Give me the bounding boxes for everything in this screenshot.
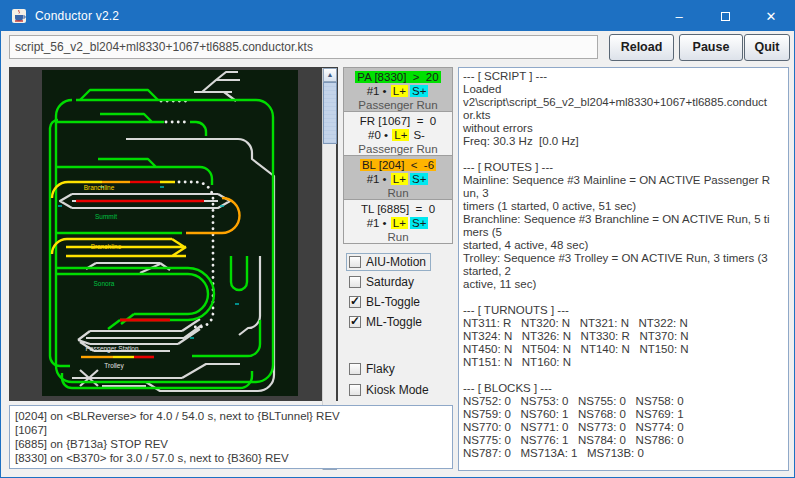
track-label-trolley: Trolley [104, 362, 123, 369]
throttle-panel-fr: FR [1067] = 0 #0 • L+S- Passenger Run [343, 111, 453, 156]
throttle-status-column: PA [8330] > 20 #1 • L+S+ Passenger Run F… [343, 67, 453, 244]
toolbar: Reload Pause Quit [1, 31, 794, 67]
throttle-header: FR [1067] = 0 [358, 115, 438, 127]
throttle-header: TL [6885] = 0 [359, 203, 437, 215]
throttle-number: #1 • [367, 85, 387, 97]
quit-button[interactable]: Quit [744, 34, 790, 61]
track-label-branchline-lower: Branchline [91, 243, 122, 250]
maximize-icon [721, 12, 730, 21]
java-app-icon [11, 8, 27, 24]
sound-flag: S+ [410, 173, 428, 185]
throttle-route: Run [344, 230, 452, 244]
track-label-summit: Summit [95, 213, 117, 220]
title-bar[interactable]: Conductor v2.2 – ✕ [1, 1, 794, 31]
throttle-panel-pa: PA [8330] > 20 #1 • L+S+ Passenger Run [343, 67, 453, 112]
checkbox-flaky[interactable]: Flaky [347, 361, 399, 377]
throttle-header: PA [8330] > 20 [355, 71, 440, 83]
sound-flag: S+ [410, 85, 428, 97]
sound-flag: S+ [410, 217, 428, 229]
throttle-route: Run [344, 186, 452, 200]
checkbox-label: BL-Toggle [366, 295, 420, 309]
throttle-number: #1 • [367, 173, 387, 185]
checkbox-kiosk-mode[interactable]: Kiosk Mode [347, 382, 433, 398]
throttle-panel-tl: TL [6885] = 0 #1 • L+S+ Run [343, 199, 453, 244]
conductor-window: Conductor v2.2 – ✕ Reload Pause Quit [0, 0, 795, 478]
script-path-field[interactable] [9, 35, 598, 59]
throttle-route: Passenger Run [344, 142, 452, 156]
checkbox-label: AIU-Motion [366, 255, 426, 269]
sound-flag: S- [411, 129, 427, 141]
minimize-button[interactable]: – [656, 1, 702, 31]
checkbox-box[interactable] [349, 363, 361, 375]
pause-button[interactable]: Pause [679, 34, 743, 61]
checkbox-saturday[interactable]: Saturday [347, 274, 418, 290]
scrollbar-thumb[interactable] [323, 82, 337, 144]
checkbox-box[interactable] [349, 384, 361, 396]
maximize-button[interactable] [702, 1, 748, 31]
checkbox-box[interactable] [349, 296, 361, 308]
throttle-header: BL [204] < -6 [360, 159, 436, 171]
checkbox-aiu-motion[interactable]: AIU-Motion [347, 254, 430, 270]
checkbox-box[interactable] [349, 316, 361, 328]
track-diagram [42, 70, 298, 396]
throttle-number: #1 • [367, 217, 387, 229]
light-flag: L+ [391, 85, 408, 97]
status-log-textarea[interactable]: --- [ SCRIPT ] --- Loaded v2\script\scri… [458, 67, 789, 471]
light-flag: L+ [391, 173, 408, 185]
throttle-route: Passenger Run [344, 98, 452, 112]
checkbox-box[interactable] [349, 256, 361, 268]
track-label-passenger-station: Passenger Station [85, 345, 138, 352]
checkbox-label: ML-Toggle [366, 315, 422, 329]
window-title: Conductor v2.2 [35, 9, 119, 23]
reload-button[interactable]: Reload [609, 34, 674, 61]
light-flag: L+ [392, 129, 409, 141]
engine-log-textarea[interactable]: [0204] on <BLReverse> for 4.0 / 54.0 s, … [9, 405, 453, 469]
checkbox-ml-toggle[interactable]: ML-Toggle [347, 314, 426, 330]
throttle-panel-bl: BL [204] < -6 #1 • L+S+ Run [343, 155, 453, 200]
track-label-branchline-upper: Branchline [84, 184, 115, 191]
checkbox-label: Flaky [366, 362, 395, 376]
scroll-up-icon[interactable]: ▲ [323, 68, 337, 82]
light-flag: L+ [391, 217, 408, 229]
close-button[interactable]: ✕ [748, 1, 794, 31]
checkbox-label: Kiosk Mode [366, 383, 429, 397]
checkbox-bl-toggle[interactable]: BL-Toggle [347, 294, 424, 310]
track-layout-panel: Branchline Summit Branchline Sonora Pass… [9, 67, 338, 401]
checkbox-label: Saturday [366, 275, 414, 289]
track-label-sonora: Sonora [94, 280, 115, 287]
checkbox-box[interactable] [349, 276, 361, 288]
throttle-number: #0 • [368, 129, 388, 141]
options-panel: AIU-Motion Saturday BL-Toggle ML-Toggle … [347, 249, 453, 405]
